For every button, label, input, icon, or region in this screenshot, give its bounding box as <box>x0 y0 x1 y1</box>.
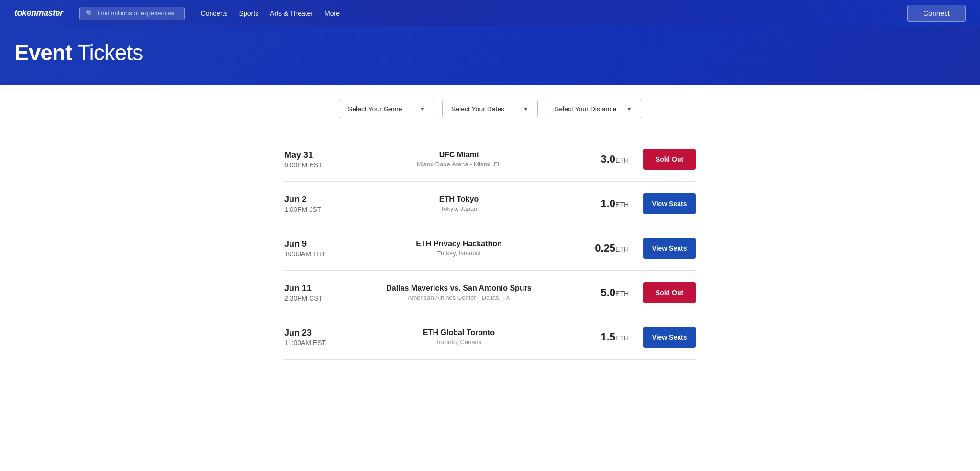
filter-genre-label: Select Your Genre <box>348 105 414 113</box>
event-price-col: 5.0ETH <box>571 286 629 299</box>
event-name: ETH Global Toronto <box>356 329 562 337</box>
event-date: Jun 23 <box>284 328 346 338</box>
filter-distance[interactable]: Select Your Distance ▼ <box>546 100 641 118</box>
hero-section: Event Tickets <box>0 26 980 85</box>
event-row: Jun 9 10:00AM TRT ETH Privacy Hackathon … <box>284 226 696 271</box>
event-name: ETH Privacy Hackathon <box>356 240 562 248</box>
event-price: 3.0ETH <box>601 153 629 165</box>
event-date-col: Jun 9 10:00AM TRT <box>284 239 346 258</box>
hero-title-bold: Event <box>14 40 72 65</box>
search-icon: 🔍 <box>86 10 94 17</box>
event-price: 1.0ETH <box>601 197 629 209</box>
filter-dates-label: Select Your Dates <box>451 105 517 113</box>
event-time: 1:00PM JST <box>284 206 346 213</box>
event-date-col: Jun 2 1:00PM JST <box>284 195 346 213</box>
view-seats-button[interactable]: View Seats <box>643 193 696 214</box>
event-row: Jun 2 1:00PM JST ETH Tokyo Tokyo, Japan … <box>284 182 696 226</box>
event-currency: ETH <box>615 156 629 164</box>
sold-out-button[interactable]: Sold Out <box>643 282 696 303</box>
event-info-col: ETH Global Toronto Toronto, Canada <box>356 329 562 346</box>
event-currency: ETH <box>615 245 629 253</box>
nav-link-more[interactable]: More <box>324 10 340 17</box>
event-price-col: 0.25ETH <box>571 242 629 254</box>
event-currency: ETH <box>615 201 629 208</box>
search-placeholder: Find millions of experiences <box>98 10 174 17</box>
event-action-col: View Seats <box>638 238 696 259</box>
filter-dates[interactable]: Select Your Dates ▼ <box>442 100 538 118</box>
event-action-col: Sold Out <box>638 282 696 303</box>
event-date-col: Jun 23 11:00AM EST <box>284 328 346 347</box>
event-name: Dallas Mavericks vs. San Antonio Spurs <box>356 284 562 293</box>
chevron-down-icon: ▼ <box>626 106 632 112</box>
event-info-col: UFC Miami Miami-Dade Arena - Miami, FL <box>356 151 562 168</box>
nav-link-arts-theater[interactable]: Arts & Theater <box>270 10 313 17</box>
hero-title: Event Tickets <box>14 40 966 66</box>
event-list: May 31 6:00PM EST UFC Miami Miami-Dade A… <box>275 137 705 360</box>
event-time: 6:00PM EST <box>284 161 346 169</box>
connect-button[interactable]: Connect <box>907 5 966 22</box>
event-date: Jun 2 <box>284 195 346 205</box>
event-action-col: View Seats <box>638 193 696 214</box>
event-currency: ETH <box>615 290 629 297</box>
sold-out-button[interactable]: Sold Out <box>643 149 696 170</box>
event-row: May 31 6:00PM EST UFC Miami Miami-Dade A… <box>284 137 696 182</box>
event-location: American Airlines Center - Dallas, TX <box>356 294 562 301</box>
event-info-col: Dallas Mavericks vs. San Antonio Spurs A… <box>356 284 562 301</box>
event-date: Jun 9 <box>284 239 346 249</box>
nav-link-sports[interactable]: Sports <box>239 10 258 17</box>
event-action-col: Sold Out <box>638 149 696 170</box>
event-location: Turkey, Istanbul <box>356 250 562 257</box>
event-price: 5.0ETH <box>601 286 629 298</box>
event-location: Miami-Dade Arena - Miami, FL <box>356 161 562 168</box>
header: tokenmaster 🔍 Find millions of experienc… <box>0 0 980 85</box>
navbar: tokenmaster 🔍 Find millions of experienc… <box>0 0 980 26</box>
event-price: 1.5ETH <box>601 331 629 343</box>
chevron-down-icon: ▼ <box>523 106 529 112</box>
nav-links: Concerts Sports Arts & Theater More <box>201 10 896 17</box>
event-name: ETH Tokyo <box>356 195 562 204</box>
event-row: Jun 23 11:00AM EST ETH Global Toronto To… <box>284 315 696 360</box>
filter-bar: Select Your Genre ▼ Select Your Dates ▼ … <box>0 85 980 128</box>
logo: tokenmaster <box>14 8 63 18</box>
event-location: Toronto, Canada <box>356 339 562 346</box>
event-date-col: May 31 6:00PM EST <box>284 150 346 169</box>
hero-title-light: Tickets <box>72 40 143 65</box>
event-currency: ETH <box>615 334 629 342</box>
nav-link-concerts[interactable]: Concerts <box>201 10 228 17</box>
event-location: Tokyo, Japan <box>356 205 562 212</box>
view-seats-button[interactable]: View Seats <box>643 238 696 259</box>
event-price-col: 1.0ETH <box>571 197 629 210</box>
event-price-col: 1.5ETH <box>571 331 629 343</box>
event-time: 2:30PM CST <box>284 295 346 302</box>
event-price: 0.25ETH <box>595 242 629 254</box>
event-action-col: View Seats <box>638 327 696 348</box>
chevron-down-icon: ▼ <box>420 106 425 112</box>
event-date: May 31 <box>284 150 346 160</box>
view-seats-button[interactable]: View Seats <box>643 327 696 348</box>
event-price-col: 3.0ETH <box>571 153 629 165</box>
event-name: UFC Miami <box>356 151 562 159</box>
filter-distance-label: Select Your Distance <box>555 105 621 113</box>
event-info-col: ETH Privacy Hackathon Turkey, Istanbul <box>356 240 562 257</box>
event-date-col: Jun 11 2:30PM CST <box>284 284 346 302</box>
event-info-col: ETH Tokyo Tokyo, Japan <box>356 195 562 212</box>
filter-genre[interactable]: Select Your Genre ▼ <box>339 100 434 118</box>
search-box[interactable]: 🔍 Find millions of experiences <box>79 7 185 20</box>
event-date: Jun 11 <box>284 284 346 294</box>
event-row: Jun 11 2:30PM CST Dallas Mavericks vs. S… <box>284 271 696 315</box>
event-time: 11:00AM EST <box>284 339 346 347</box>
event-time: 10:00AM TRT <box>284 250 346 258</box>
